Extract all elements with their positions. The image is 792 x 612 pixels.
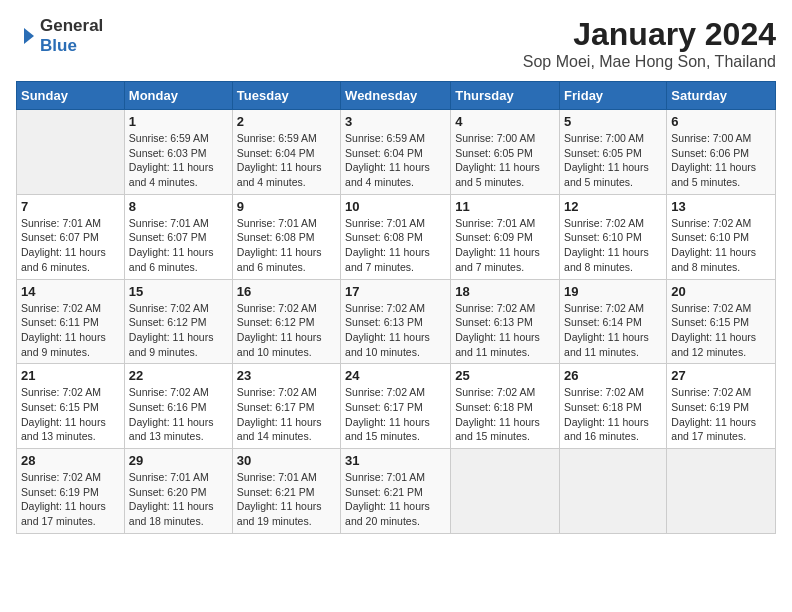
calendar-cell: 26Sunrise: 7:02 AM Sunset: 6:18 PM Dayli… [560,364,667,449]
calendar-cell: 1Sunrise: 6:59 AM Sunset: 6:03 PM Daylig… [124,110,232,195]
calendar-cell: 25Sunrise: 7:02 AM Sunset: 6:18 PM Dayli… [451,364,560,449]
day-info: Sunrise: 7:01 AM Sunset: 6:21 PM Dayligh… [345,470,446,529]
calendar-week-row: 14Sunrise: 7:02 AM Sunset: 6:11 PM Dayli… [17,279,776,364]
day-number: 13 [671,199,771,214]
day-number: 28 [21,453,120,468]
calendar-cell: 2Sunrise: 6:59 AM Sunset: 6:04 PM Daylig… [232,110,340,195]
day-info: Sunrise: 7:02 AM Sunset: 6:18 PM Dayligh… [564,385,662,444]
calendar-week-row: 28Sunrise: 7:02 AM Sunset: 6:19 PM Dayli… [17,449,776,534]
calendar-cell [451,449,560,534]
calendar-cell: 31Sunrise: 7:01 AM Sunset: 6:21 PM Dayli… [341,449,451,534]
logo-arrow-icon [16,26,36,46]
day-number: 25 [455,368,555,383]
calendar-cell: 23Sunrise: 7:02 AM Sunset: 6:17 PM Dayli… [232,364,340,449]
day-info: Sunrise: 7:00 AM Sunset: 6:06 PM Dayligh… [671,131,771,190]
calendar-cell: 8Sunrise: 7:01 AM Sunset: 6:07 PM Daylig… [124,194,232,279]
day-number: 23 [237,368,336,383]
calendar-cell: 30Sunrise: 7:01 AM Sunset: 6:21 PM Dayli… [232,449,340,534]
day-info: Sunrise: 7:01 AM Sunset: 6:09 PM Dayligh… [455,216,555,275]
calendar-cell [667,449,776,534]
day-info: Sunrise: 7:02 AM Sunset: 6:12 PM Dayligh… [237,301,336,360]
day-number: 21 [21,368,120,383]
day-info: Sunrise: 6:59 AM Sunset: 6:04 PM Dayligh… [345,131,446,190]
day-number: 10 [345,199,446,214]
day-info: Sunrise: 7:02 AM Sunset: 6:10 PM Dayligh… [564,216,662,275]
day-info: Sunrise: 7:02 AM Sunset: 6:19 PM Dayligh… [21,470,120,529]
day-info: Sunrise: 6:59 AM Sunset: 6:04 PM Dayligh… [237,131,336,190]
day-number: 9 [237,199,336,214]
day-number: 30 [237,453,336,468]
day-number: 5 [564,114,662,129]
calendar-cell: 13Sunrise: 7:02 AM Sunset: 6:10 PM Dayli… [667,194,776,279]
calendar-header-row: SundayMondayTuesdayWednesdayThursdayFrid… [17,82,776,110]
calendar-cell: 7Sunrise: 7:01 AM Sunset: 6:07 PM Daylig… [17,194,125,279]
weekday-header-monday: Monday [124,82,232,110]
day-number: 8 [129,199,228,214]
calendar-cell: 15Sunrise: 7:02 AM Sunset: 6:12 PM Dayli… [124,279,232,364]
page-header: General Blue January 2024 Sop Moei, Mae … [16,16,776,71]
day-number: 1 [129,114,228,129]
day-number: 6 [671,114,771,129]
calendar-cell: 14Sunrise: 7:02 AM Sunset: 6:11 PM Dayli… [17,279,125,364]
calendar-cell: 3Sunrise: 6:59 AM Sunset: 6:04 PM Daylig… [341,110,451,195]
day-number: 12 [564,199,662,214]
calendar-week-row: 7Sunrise: 7:01 AM Sunset: 6:07 PM Daylig… [17,194,776,279]
calendar-cell: 17Sunrise: 7:02 AM Sunset: 6:13 PM Dayli… [341,279,451,364]
calendar-cell: 22Sunrise: 7:02 AM Sunset: 6:16 PM Dayli… [124,364,232,449]
day-info: Sunrise: 7:02 AM Sunset: 6:17 PM Dayligh… [237,385,336,444]
day-number: 26 [564,368,662,383]
day-info: Sunrise: 7:02 AM Sunset: 6:12 PM Dayligh… [129,301,228,360]
calendar-cell: 10Sunrise: 7:01 AM Sunset: 6:08 PM Dayli… [341,194,451,279]
calendar-week-row: 21Sunrise: 7:02 AM Sunset: 6:15 PM Dayli… [17,364,776,449]
day-info: Sunrise: 7:01 AM Sunset: 6:07 PM Dayligh… [129,216,228,275]
calendar-cell: 18Sunrise: 7:02 AM Sunset: 6:13 PM Dayli… [451,279,560,364]
day-number: 16 [237,284,336,299]
logo-blue-label: Blue [40,36,103,56]
day-info: Sunrise: 7:02 AM Sunset: 6:16 PM Dayligh… [129,385,228,444]
calendar-cell: 5Sunrise: 7:00 AM Sunset: 6:05 PM Daylig… [560,110,667,195]
day-info: Sunrise: 7:02 AM Sunset: 6:11 PM Dayligh… [21,301,120,360]
day-number: 29 [129,453,228,468]
day-number: 19 [564,284,662,299]
day-number: 27 [671,368,771,383]
calendar-week-row: 1Sunrise: 6:59 AM Sunset: 6:03 PM Daylig… [17,110,776,195]
calendar-cell: 16Sunrise: 7:02 AM Sunset: 6:12 PM Dayli… [232,279,340,364]
calendar-cell: 9Sunrise: 7:01 AM Sunset: 6:08 PM Daylig… [232,194,340,279]
calendar-cell [560,449,667,534]
day-number: 7 [21,199,120,214]
logo-general-label: General [40,16,103,36]
day-number: 20 [671,284,771,299]
weekday-header-tuesday: Tuesday [232,82,340,110]
calendar-cell: 29Sunrise: 7:01 AM Sunset: 6:20 PM Dayli… [124,449,232,534]
day-number: 4 [455,114,555,129]
weekday-header-thursday: Thursday [451,82,560,110]
day-info: Sunrise: 7:00 AM Sunset: 6:05 PM Dayligh… [455,131,555,190]
day-number: 3 [345,114,446,129]
day-number: 24 [345,368,446,383]
day-info: Sunrise: 7:01 AM Sunset: 6:07 PM Dayligh… [21,216,120,275]
weekday-header-friday: Friday [560,82,667,110]
calendar-cell: 6Sunrise: 7:00 AM Sunset: 6:06 PM Daylig… [667,110,776,195]
day-info: Sunrise: 7:02 AM Sunset: 6:10 PM Dayligh… [671,216,771,275]
day-number: 31 [345,453,446,468]
logo: General Blue [16,16,103,56]
day-info: Sunrise: 7:02 AM Sunset: 6:17 PM Dayligh… [345,385,446,444]
day-number: 11 [455,199,555,214]
day-info: Sunrise: 7:02 AM Sunset: 6:13 PM Dayligh… [345,301,446,360]
svg-marker-0 [24,28,34,44]
calendar-cell: 11Sunrise: 7:01 AM Sunset: 6:09 PM Dayli… [451,194,560,279]
day-info: Sunrise: 7:02 AM Sunset: 6:19 PM Dayligh… [671,385,771,444]
weekday-header-wednesday: Wednesday [341,82,451,110]
weekday-header-saturday: Saturday [667,82,776,110]
calendar-table: SundayMondayTuesdayWednesdayThursdayFrid… [16,81,776,534]
day-info: Sunrise: 7:02 AM Sunset: 6:15 PM Dayligh… [671,301,771,360]
calendar-cell: 12Sunrise: 7:02 AM Sunset: 6:10 PM Dayli… [560,194,667,279]
calendar-cell: 27Sunrise: 7:02 AM Sunset: 6:19 PM Dayli… [667,364,776,449]
title-block: January 2024 Sop Moei, Mae Hong Son, Tha… [523,16,776,71]
calendar-cell: 28Sunrise: 7:02 AM Sunset: 6:19 PM Dayli… [17,449,125,534]
calendar-cell: 4Sunrise: 7:00 AM Sunset: 6:05 PM Daylig… [451,110,560,195]
calendar-subtitle: Sop Moei, Mae Hong Son, Thailand [523,53,776,71]
day-number: 17 [345,284,446,299]
day-info: Sunrise: 7:01 AM Sunset: 6:08 PM Dayligh… [237,216,336,275]
day-info: Sunrise: 6:59 AM Sunset: 6:03 PM Dayligh… [129,131,228,190]
